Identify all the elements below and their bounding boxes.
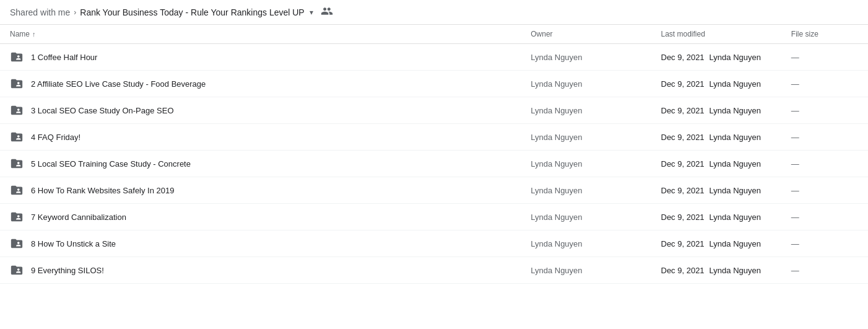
modified-cell: Dec 9, 2021 Lynda Nguyen: [651, 177, 781, 204]
shared-folder-icon: [10, 263, 24, 277]
owner-cell: Lynda Nguyen: [521, 97, 651, 124]
owner-cell: Lynda Nguyen: [521, 204, 651, 230]
file-name: 9 Everything SILOS!: [31, 266, 104, 275]
modified-cell: Dec 9, 2021 Lynda Nguyen: [651, 44, 781, 71]
owner-cell: Lynda Nguyen: [521, 230, 651, 257]
table-row[interactable]: 3 Local SEO Case Study On-Page SEO Lynda…: [0, 97, 868, 124]
size-cell: —: [781, 124, 868, 151]
modified-by: Lynda Nguyen: [710, 133, 761, 142]
column-header-owner[interactable]: Owner: [521, 25, 651, 44]
table-row[interactable]: 9 Everything SILOS! Lynda Nguyen Dec 9, …: [0, 257, 868, 284]
modified-cell: Dec 9, 2021 Lynda Nguyen: [651, 151, 781, 177]
owner-cell: Lynda Nguyen: [521, 44, 651, 71]
shared-folder-icon: [10, 183, 24, 197]
modified-date: Dec 9, 2021: [661, 159, 705, 169]
modified-by: Lynda Nguyen: [710, 53, 761, 62]
size-cell: —: [781, 204, 868, 230]
modified-cell: Dec 9, 2021 Lynda Nguyen: [651, 97, 781, 124]
name-cell: 3 Local SEO Case Study On-Page SEO: [0, 97, 521, 124]
shared-folder-icon: [10, 237, 24, 250]
modified-by: Lynda Nguyen: [710, 159, 761, 169]
modified-by: Lynda Nguyen: [710, 186, 761, 195]
modified-cell: Dec 9, 2021 Lynda Nguyen: [651, 124, 781, 151]
owner-cell: Lynda Nguyen: [521, 177, 651, 204]
modified-date: Dec 9, 2021: [661, 213, 705, 222]
table-row[interactable]: 5 Local SEO Training Case Study - Concre…: [0, 151, 868, 177]
modified-by: Lynda Nguyen: [710, 239, 761, 248]
name-cell: 2 Affiliate SEO Live Case Study - Food B…: [0, 71, 521, 97]
table-row[interactable]: 6 How To Rank Websites Safely In 2019 Ly…: [0, 177, 868, 204]
file-name: 3 Local SEO Case Study On-Page SEO: [31, 106, 174, 115]
size-cell: —: [781, 97, 868, 124]
size-cell: —: [781, 44, 868, 71]
owner-cell: Lynda Nguyen: [521, 257, 651, 284]
modified-date: Dec 9, 2021: [661, 186, 705, 195]
modified-date: Dec 9, 2021: [661, 133, 705, 142]
modified-cell: Dec 9, 2021 Lynda Nguyen: [651, 230, 781, 257]
shared-folder-icon: [10, 210, 24, 224]
file-table: Name ↑ Owner Last modified File size 1 C: [0, 25, 868, 284]
shared-folder-icon: [10, 50, 24, 64]
filesize-column-label: File size: [791, 30, 818, 38]
breadcrumb-current-folder: Rank Your Business Today - Rule Your Ran…: [80, 5, 332, 19]
shared-folder-icon: [10, 103, 24, 117]
table-row[interactable]: 1 Coffee Half Hour Lynda Nguyen Dec 9, 2…: [0, 44, 868, 71]
column-header-filesize[interactable]: File size: [781, 25, 868, 44]
table-row[interactable]: 7 Keyword Cannibalization Lynda Nguyen D…: [0, 204, 868, 230]
modified-by: Lynda Nguyen: [710, 213, 761, 222]
file-name: 5 Local SEO Training Case Study - Concre…: [31, 159, 191, 169]
sort-asc-icon: ↑: [32, 30, 36, 38]
name-cell: 7 Keyword Cannibalization: [0, 204, 521, 230]
owner-column-label: Owner: [531, 30, 552, 38]
file-name: 6 How To Rank Websites Safely In 2019: [31, 186, 174, 195]
breadcrumb-current-folder-label: Rank Your Business Today - Rule Your Ran…: [80, 7, 304, 17]
name-cell: 9 Everything SILOS!: [0, 257, 521, 284]
table-row[interactable]: 8 How To Unstick a Site Lynda Nguyen Dec…: [0, 230, 868, 257]
table-row[interactable]: 2 Affiliate SEO Live Case Study - Food B…: [0, 71, 868, 97]
shared-folder-icon: [10, 77, 24, 90]
owner-cell: Lynda Nguyen: [521, 71, 651, 97]
modified-date: Dec 9, 2021: [661, 266, 705, 275]
name-column-label: Name: [10, 30, 30, 38]
name-cell: 5 Local SEO Training Case Study - Concre…: [0, 151, 521, 177]
modified-date: Dec 9, 2021: [661, 79, 705, 89]
file-name: 7 Keyword Cannibalization: [31, 213, 126, 222]
breadcrumb-shared-link[interactable]: Shared with me: [10, 7, 70, 17]
modified-column-label: Last modified: [661, 30, 705, 38]
size-cell: —: [781, 230, 868, 257]
modified-cell: Dec 9, 2021 Lynda Nguyen: [651, 71, 781, 97]
column-header-name[interactable]: Name ↑: [0, 25, 521, 44]
file-name: 2 Affiliate SEO Live Case Study - Food B…: [31, 79, 206, 89]
breadcrumb-people-icon[interactable]: [321, 5, 333, 19]
breadcrumb: Shared with me › Rank Your Business Toda…: [0, 0, 868, 25]
modified-date: Dec 9, 2021: [661, 53, 705, 62]
file-name: 8 How To Unstick a Site: [31, 239, 116, 248]
table-header-row: Name ↑ Owner Last modified File size: [0, 25, 868, 44]
modified-cell: Dec 9, 2021 Lynda Nguyen: [651, 204, 781, 230]
shared-folder-icon: [10, 157, 24, 170]
modified-by: Lynda Nguyen: [710, 106, 761, 115]
size-cell: —: [781, 151, 868, 177]
modified-by: Lynda Nguyen: [710, 79, 761, 89]
name-cell: 1 Coffee Half Hour: [0, 44, 521, 71]
name-cell: 6 How To Rank Websites Safely In 2019: [0, 177, 521, 204]
modified-by: Lynda Nguyen: [710, 266, 761, 275]
owner-cell: Lynda Nguyen: [521, 124, 651, 151]
file-name: 4 FAQ Friday!: [31, 133, 80, 142]
name-cell: 4 FAQ Friday!: [0, 124, 521, 151]
shared-folder-icon: [10, 130, 24, 144]
owner-cell: Lynda Nguyen: [521, 151, 651, 177]
modified-date: Dec 9, 2021: [661, 239, 705, 248]
file-name: 1 Coffee Half Hour: [31, 53, 97, 62]
size-cell: —: [781, 71, 868, 97]
breadcrumb-dropdown-icon[interactable]: ▾: [310, 8, 313, 17]
column-header-modified[interactable]: Last modified: [651, 25, 781, 44]
size-cell: —: [781, 257, 868, 284]
table-row[interactable]: 4 FAQ Friday! Lynda Nguyen Dec 9, 2021 L…: [0, 124, 868, 151]
breadcrumb-separator: ›: [74, 8, 76, 17]
modified-date: Dec 9, 2021: [661, 106, 705, 115]
name-cell: 8 How To Unstick a Site: [0, 230, 521, 257]
size-cell: —: [781, 177, 868, 204]
modified-cell: Dec 9, 2021 Lynda Nguyen: [651, 257, 781, 284]
